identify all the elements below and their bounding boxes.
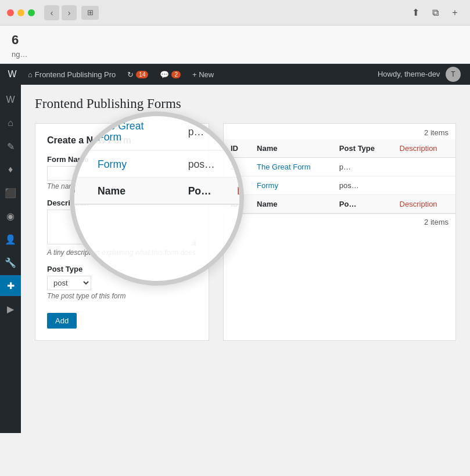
sidebar-icon-pages[interactable]: ⬛ bbox=[0, 182, 21, 203]
form-name-input[interactable] bbox=[47, 166, 197, 181]
wp-admin-bar: W ⌂ Frontend Publishing Pro ↻ 14 💬 2 + N… bbox=[0, 64, 470, 85]
table-footer: 2 items bbox=[224, 214, 455, 230]
share-button[interactable]: ⬆ bbox=[407, 5, 424, 21]
sidebar-icon-tools[interactable]: 🔧 bbox=[0, 252, 21, 273]
maximize-button[interactable] bbox=[28, 9, 35, 16]
description-textarea-wrapper bbox=[47, 210, 197, 247]
minimize-button[interactable] bbox=[17, 9, 24, 16]
browser-actions: ⬆ ⧉ + bbox=[407, 5, 463, 21]
post-type-select[interactable]: post page custom bbox=[47, 276, 91, 290]
sidebar-icon-wp[interactable]: W bbox=[0, 89, 21, 110]
cell-id-1: 2 bbox=[224, 158, 250, 176]
admin-bar-comments[interactable]: 💬 2 bbox=[154, 64, 186, 85]
top-bar: 6 ng… bbox=[0, 26, 470, 64]
col-header-posttype: Post Type bbox=[332, 139, 393, 158]
magnifier-col-name: Name bbox=[87, 111, 177, 112]
cell-type-1: p… bbox=[332, 158, 393, 176]
howdy-text: Howdy, theme-dev bbox=[378, 70, 440, 78]
magnifier-col-posttype: P… bbox=[177, 111, 225, 112]
form-name-group: Form Name The name of this form bbox=[47, 155, 197, 190]
cell-name-1[interactable]: The Great Form bbox=[250, 158, 332, 176]
magnifier-col-description: Description bbox=[226, 111, 244, 112]
comments-icon: 💬 bbox=[160, 70, 169, 79]
table-count-bottom: 2 items bbox=[424, 218, 449, 226]
col-header-description: Description bbox=[393, 139, 455, 158]
close-button[interactable] bbox=[7, 9, 14, 16]
add-button[interactable]: Add bbox=[47, 313, 77, 329]
home-icon: ⌂ bbox=[28, 70, 33, 79]
post-type-hint: The post type of this form bbox=[47, 292, 197, 300]
sidebar-icon-media[interactable]: ♦ bbox=[0, 159, 21, 180]
top-bar-subtitle: ng… bbox=[12, 50, 458, 59]
create-form-panel: Create a New Form Form Name The name of … bbox=[35, 123, 209, 341]
browser-chrome: ‹ › ⊞ ⬆ ⧉ + bbox=[0, 0, 470, 26]
admin-bar-howdy[interactable]: Howdy, theme-dev T bbox=[378, 67, 465, 82]
cell-type-2: pos… bbox=[332, 176, 393, 195]
sidebar-toggle-button[interactable]: ⊞ bbox=[81, 6, 99, 20]
sidebar-icon-dashboard[interactable]: ⌂ bbox=[0, 113, 21, 134]
description-label: Description bbox=[47, 199, 197, 207]
site-name: Frontend Publishing Pro bbox=[35, 70, 116, 79]
wp-main: W ⌂ ✎ ♦ ⬛ ◉ 👤 🔧 ✚ ▶ Frontend Publishing … bbox=[0, 85, 470, 433]
table-row: 1 Formy pos… bbox=[224, 176, 455, 195]
content-columns: Create a New Form Form Name The name of … bbox=[35, 123, 456, 341]
sidebar-icon-plugin[interactable]: ✚ bbox=[0, 275, 21, 296]
wp-logo-icon: W bbox=[8, 69, 16, 80]
traffic-lights bbox=[7, 9, 35, 16]
description-textarea[interactable] bbox=[47, 210, 197, 244]
updates-icon: ↻ bbox=[127, 70, 134, 79]
table-row: 2 The Great Form p… bbox=[224, 158, 455, 176]
post-type-label: Post Type bbox=[47, 265, 197, 273]
table-count-top: 2 items bbox=[224, 124, 455, 139]
cell-id-2: 1 bbox=[224, 176, 250, 195]
wp-content: Frontend Publishing Forms Create a New F… bbox=[21, 85, 470, 433]
col-footer-description: Description bbox=[393, 195, 455, 214]
page-title: Frontend Publishing Forms bbox=[35, 96, 456, 111]
cell-name-2[interactable]: Formy bbox=[250, 176, 332, 195]
user-avatar: T bbox=[446, 67, 461, 82]
col-footer-type: Po… bbox=[332, 195, 393, 214]
comments-count: 2 bbox=[171, 71, 181, 78]
admin-bar-new[interactable]: + New bbox=[186, 64, 220, 85]
description-group: Description A tiny description explainin… bbox=[47, 199, 197, 257]
sidebar-icon-posts[interactable]: ✎ bbox=[0, 136, 21, 157]
admin-bar-updates[interactable]: ↻ 14 bbox=[121, 64, 154, 85]
sidebar-icon-users[interactable]: 👤 bbox=[0, 229, 21, 250]
description-hint: A tiny description explaining what this … bbox=[47, 248, 197, 257]
wp-logo[interactable]: W bbox=[5, 67, 20, 82]
forms-table: ID Name Post Type Description 2 The Grea… bbox=[224, 139, 455, 214]
new-tab-button[interactable]: + bbox=[447, 5, 463, 21]
col-header-id: ID bbox=[224, 139, 250, 158]
cell-desc-2 bbox=[393, 176, 455, 195]
top-bar-title: 6 bbox=[12, 33, 458, 48]
form-name-hint: The name of this form bbox=[47, 182, 197, 190]
magnifier-col-id: ID bbox=[70, 111, 87, 112]
col-header-name: Name bbox=[250, 139, 332, 158]
new-label: + New bbox=[192, 70, 214, 79]
nav-buttons: ‹ › bbox=[44, 5, 77, 20]
cell-desc-1 bbox=[393, 158, 455, 176]
col-footer-name: Name bbox=[250, 195, 332, 214]
wp-sidebar: W ⌂ ✎ ♦ ⬛ ◉ 👤 🔧 ✚ ▶ bbox=[0, 85, 21, 433]
updates-count: 14 bbox=[136, 71, 148, 78]
form-panel-heading: Create a New Form bbox=[47, 135, 197, 146]
forms-table-panel: 2 items ID Name Post Type Description 2 bbox=[223, 123, 456, 341]
resize-handle-icon[interactable] bbox=[191, 241, 196, 246]
sidebar-icon-comments[interactable]: ◉ bbox=[0, 205, 21, 226]
nav-forward-button[interactable]: › bbox=[62, 5, 77, 20]
form-name-label: Form Name bbox=[47, 155, 197, 164]
col-footer-id: ID bbox=[224, 195, 250, 214]
table-footer-row: ID Name Po… Description bbox=[224, 195, 455, 214]
sidebar-icon-play[interactable]: ▶ bbox=[0, 298, 21, 319]
window-button[interactable]: ⧉ bbox=[427, 5, 443, 21]
table-header-row: ID Name Post Type Description bbox=[224, 139, 455, 158]
nav-back-button[interactable]: ‹ bbox=[44, 5, 59, 20]
post-type-group: Post Type post page custom The post type… bbox=[47, 265, 197, 300]
admin-bar-site[interactable]: ⌂ Frontend Publishing Pro bbox=[22, 64, 121, 85]
